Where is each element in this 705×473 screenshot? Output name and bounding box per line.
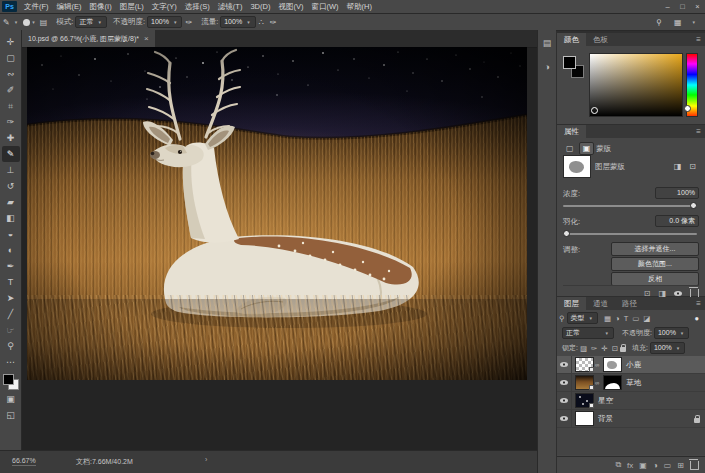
panel-menu-icon[interactable]: ≡ <box>696 33 705 46</box>
layer-row-deer[interactable]: ∞ 小鹿 <box>557 356 705 374</box>
layer-thumbnail[interactable] <box>575 411 594 426</box>
clone-stamp-tool[interactable]: ⊥ <box>2 162 20 178</box>
airbrush-icon[interactable]: ∴ <box>256 18 267 27</box>
feather-value[interactable]: 0.0 像素 <box>655 215 699 227</box>
filter-smart-object-icon[interactable]: ◪ <box>641 314 652 323</box>
menu-image[interactable]: 图像(I) <box>86 0 116 13</box>
density-slider-knob[interactable] <box>690 202 697 209</box>
layer-opacity-field[interactable]: 100% ▾ <box>654 327 689 339</box>
panel-menu-icon[interactable]: ≡ <box>696 297 705 310</box>
minimize-button[interactable]: – <box>660 0 675 13</box>
layer-name[interactable]: 小鹿 <box>626 360 641 370</box>
layer-mask-thumbnail[interactable] <box>603 375 622 390</box>
menu-help[interactable]: 帮助(H) <box>343 0 376 13</box>
pen-tool[interactable]: ✒ <box>2 258 20 274</box>
menu-select[interactable]: 选择(S) <box>181 0 214 13</box>
link-layers-icon[interactable]: ⧉ <box>615 460 621 470</box>
menu-window[interactable]: 窗口(W) <box>307 0 342 13</box>
visibility-cell[interactable] <box>557 356 572 373</box>
crop-tool[interactable]: ⌗ <box>2 98 20 114</box>
tool-preset-icon[interactable]: ✎ <box>0 18 13 27</box>
flow-field[interactable]: 100% ▾ <box>220 16 255 28</box>
layer-name[interactable]: 背景 <box>598 414 613 424</box>
eyedropper-tool[interactable]: ✑ <box>2 114 20 130</box>
layer-thumbnail[interactable] <box>575 357 594 372</box>
lasso-tool[interactable]: ∾ <box>2 66 20 82</box>
layer-blend-mode-select[interactable]: 正常 ▾ <box>562 327 614 339</box>
lock-all-icon[interactable] <box>620 347 626 352</box>
panel-menu-icon[interactable]: ≡ <box>696 125 705 138</box>
chevron-down-icon[interactable]: ▾ <box>13 19 20 25</box>
adjustments-panel-icon[interactable]: ◑ <box>544 62 549 72</box>
zoom-tool[interactable]: ⚲ <box>2 338 20 354</box>
feather-slider[interactable] <box>563 233 697 235</box>
layer-name[interactable]: 草地 <box>626 378 641 388</box>
brush-panel-toggle-icon[interactable]: ▤ <box>37 18 51 27</box>
tab-channels[interactable]: 通道 <box>586 297 615 310</box>
type-tool[interactable]: T <box>2 274 20 290</box>
shape-tool[interactable]: ╱ <box>2 306 20 322</box>
eye-icon[interactable] <box>560 362 568 367</box>
load-selection-icon[interactable]: ⊡ <box>686 161 699 172</box>
tab-swatches[interactable]: 色板 <box>586 33 615 46</box>
pressure-size-icon[interactable]: ✑ <box>267 18 280 27</box>
density-value[interactable]: 100% <box>655 187 699 199</box>
document-tab[interactable]: 10.psd @ 66.7%(小鹿, 图层蒙版/8)* × <box>22 30 155 47</box>
color-range-button[interactable]: 颜色范围... <box>611 257 699 271</box>
visibility-cell[interactable] <box>557 410 572 427</box>
background-lock-icon[interactable] <box>694 418 700 423</box>
density-slider[interactable] <box>563 205 697 207</box>
layer-mask-thumbnail[interactable] <box>603 357 622 372</box>
layer-mask-icon[interactable]: ▣ <box>579 142 595 155</box>
hue-slider-marker[interactable] <box>684 105 691 112</box>
foreground-color-swatch[interactable] <box>563 56 576 69</box>
marquee-tool[interactable]: ▢ <box>2 50 20 66</box>
new-layer-icon[interactable]: ⊞ <box>677 461 684 470</box>
color-fg-bg-widget[interactable] <box>562 55 586 81</box>
tab-layers[interactable]: 图层 <box>557 297 586 310</box>
blend-mode-select[interactable]: 正常 ▾ <box>75 16 107 28</box>
menu-view[interactable]: 视图(V) <box>274 0 307 13</box>
screen-mode-button[interactable]: ◱ <box>2 407 20 423</box>
filter-image-icon[interactable]: ▦ <box>602 314 613 323</box>
feather-slider-knob[interactable] <box>563 230 570 237</box>
edit-toolbar-icon[interactable]: ⋯ <box>2 354 20 370</box>
eye-icon[interactable] <box>560 398 568 403</box>
gradient-tool[interactable]: ◧ <box>2 210 20 226</box>
fill-field[interactable]: 100% ▾ <box>650 342 685 354</box>
workspace-icon[interactable]: ▦ <box>671 18 685 27</box>
layer-row-background[interactable]: 背景 <box>557 410 705 428</box>
delete-layer-trash-icon[interactable] <box>690 461 699 470</box>
tab-properties[interactable]: 属性 <box>557 125 586 138</box>
status-options-arrow-icon[interactable]: › <box>205 456 207 463</box>
layer-row-sky[interactable]: 星空 <box>557 392 705 410</box>
layer-style-fx-icon[interactable]: fx <box>627 461 633 470</box>
tab-color[interactable]: 颜色 <box>557 33 586 46</box>
brush-tool[interactable]: ✎ <box>2 146 20 162</box>
opacity-field[interactable]: 100% ▾ <box>147 16 182 28</box>
menu-type[interactable]: 文字(Y) <box>148 0 181 13</box>
lock-artboard-icon[interactable]: ⊡ <box>610 344 620 353</box>
eye-icon[interactable] <box>560 416 568 421</box>
filter-type-select[interactable]: 类型 ▾ <box>567 312 599 324</box>
saturation-brightness-field[interactable] <box>589 53 683 117</box>
close-icon[interactable]: × <box>144 30 149 47</box>
menu-filter[interactable]: 滤镜(T) <box>214 0 247 13</box>
mask-link-icon[interactable]: ∞ <box>594 380 600 386</box>
path-selection-tool[interactable]: ➤ <box>2 290 20 306</box>
visibility-cell[interactable] <box>557 374 572 391</box>
libraries-panel-icon[interactable]: ▤ <box>543 38 552 48</box>
mask-link-icon[interactable]: ∞ <box>594 362 600 368</box>
toggle-mask-visibility-eye-icon[interactable] <box>674 291 682 296</box>
menu-edit[interactable]: 编辑(E) <box>53 0 86 13</box>
lock-paint-icon[interactable]: ✑ <box>589 344 599 353</box>
close-button[interactable]: × <box>690 0 705 13</box>
chevron-down-icon[interactable]: ▾ <box>690 19 697 25</box>
tab-paths[interactable]: 路径 <box>615 297 644 310</box>
foreground-color-swatch[interactable] <box>3 374 14 385</box>
filter-adjustment-icon[interactable]: ◑ <box>613 314 622 323</box>
pressure-opacity-icon[interactable]: ✑ <box>182 18 195 27</box>
hand-tool[interactable]: ☞ <box>2 322 20 338</box>
dodge-tool[interactable]: ◐ <box>2 242 20 258</box>
foreground-background-swatch[interactable] <box>2 373 20 391</box>
